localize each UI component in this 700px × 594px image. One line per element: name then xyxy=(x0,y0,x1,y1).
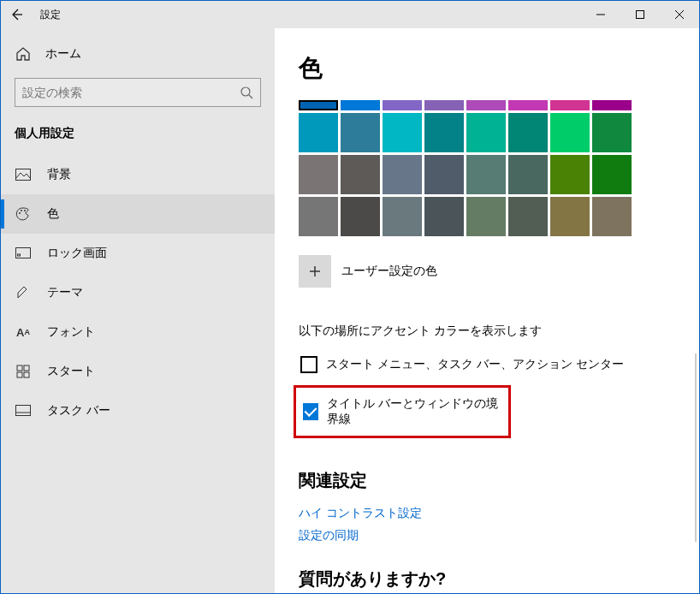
color-swatch[interactable] xyxy=(299,113,338,152)
checkbox-icon xyxy=(300,356,317,373)
color-swatch[interactable] xyxy=(424,155,464,194)
color-swatch[interactable] xyxy=(383,197,422,236)
nav-colors[interactable]: 色 xyxy=(1,194,275,234)
back-button[interactable] xyxy=(6,4,27,25)
nav-label: スタート xyxy=(47,364,95,379)
color-swatch[interactable] xyxy=(341,155,380,194)
nav-themes[interactable]: テーマ xyxy=(1,273,275,312)
svg-rect-14 xyxy=(17,372,22,377)
color-swatch[interactable] xyxy=(550,113,590,152)
color-palette xyxy=(299,100,699,236)
minimize-button[interactable] xyxy=(581,1,620,28)
content-area: 色 ユーザー設定の色 以下の場所にアクセント カラーを表示します スタート メニ… xyxy=(275,28,699,593)
page-title: 色 xyxy=(299,52,699,85)
color-swatch[interactable] xyxy=(466,197,506,236)
color-swatch[interactable] xyxy=(299,155,338,194)
nav-background[interactable]: 背景 xyxy=(1,155,275,194)
nav-label: テーマ xyxy=(47,285,83,300)
search-icon xyxy=(233,86,260,99)
color-swatch[interactable] xyxy=(341,100,380,110)
color-swatch[interactable] xyxy=(299,197,338,236)
svg-rect-10 xyxy=(16,248,31,258)
color-swatch[interactable] xyxy=(424,197,464,236)
titlebar: 設定 xyxy=(1,1,699,28)
color-swatch[interactable] xyxy=(550,197,590,236)
color-swatch[interactable] xyxy=(466,155,506,194)
link-high-contrast[interactable]: ハイ コントラスト設定 xyxy=(299,506,699,521)
color-swatch[interactable] xyxy=(341,197,380,236)
color-swatch[interactable] xyxy=(508,113,548,152)
nav-label: 色 xyxy=(47,206,59,222)
checkbox-label: スタート メニュー、タスク バー、アクション センター xyxy=(326,357,624,372)
svg-point-8 xyxy=(21,210,22,211)
highlight-box: タイトル バーとウィンドウの境界線 xyxy=(294,385,511,438)
palette-icon xyxy=(15,205,32,223)
checkbox-icon xyxy=(303,403,318,420)
home-label: ホーム xyxy=(45,46,81,62)
custom-color-label: ユーザー設定の色 xyxy=(341,264,437,279)
color-swatch[interactable] xyxy=(592,100,632,110)
nav-label: 背景 xyxy=(47,167,71,182)
nav-fonts[interactable]: AA フォント xyxy=(1,312,275,352)
sidebar: ホーム 個人用設定 背景 色 ロック画面 xyxy=(1,28,275,593)
question-header: 質問がありますか? xyxy=(299,567,699,591)
svg-point-4 xyxy=(241,87,250,96)
svg-rect-6 xyxy=(16,169,31,181)
picture-icon xyxy=(15,166,32,183)
color-swatch[interactable] xyxy=(508,100,548,110)
color-swatch[interactable] xyxy=(383,155,422,194)
sidebar-section-header: 個人用設定 xyxy=(1,122,275,150)
svg-point-9 xyxy=(24,210,26,211)
svg-rect-16 xyxy=(16,406,31,416)
maximize-button[interactable] xyxy=(620,1,660,28)
custom-color-button[interactable] xyxy=(299,255,331,288)
color-swatch[interactable] xyxy=(550,155,590,194)
color-swatch[interactable] xyxy=(341,113,380,152)
window-title: 設定 xyxy=(40,8,61,22)
color-swatch[interactable] xyxy=(383,113,422,152)
svg-rect-15 xyxy=(24,372,29,377)
scrollbar[interactable] xyxy=(695,353,697,542)
nav-label: タスク バー xyxy=(47,403,110,419)
color-swatch[interactable] xyxy=(424,113,464,152)
start-icon xyxy=(15,363,32,380)
nav-taskbar[interactable]: タスク バー xyxy=(1,391,275,431)
close-button[interactable] xyxy=(660,1,699,28)
nav-label: フォント xyxy=(47,324,95,340)
color-swatch[interactable] xyxy=(592,155,632,194)
svg-rect-1 xyxy=(637,11,644,19)
svg-line-5 xyxy=(249,95,252,98)
color-swatch[interactable] xyxy=(592,197,632,236)
search-box[interactable] xyxy=(15,78,261,107)
nav-start[interactable]: スタート xyxy=(1,352,275,391)
nav-lockscreen[interactable]: ロック画面 xyxy=(1,234,275,273)
checkbox-titlebar[interactable]: タイトル バーとウィンドウの境界線 xyxy=(301,391,503,432)
checkbox-start-taskbar[interactable]: スタート メニュー、タスク バー、アクション センター xyxy=(299,351,699,378)
color-swatch[interactable] xyxy=(466,100,506,110)
color-swatch[interactable] xyxy=(508,155,548,194)
theme-icon xyxy=(15,284,32,301)
settings-window: 設定 ホーム 個人用設定 背景 xyxy=(0,0,700,594)
nav-label: ロック画面 xyxy=(47,246,107,261)
home-icon xyxy=(15,45,32,62)
sidebar-nav: 背景 色 ロック画面 テーマ AA フォント xyxy=(1,150,275,431)
search-input[interactable] xyxy=(15,86,233,99)
color-swatch[interactable] xyxy=(592,113,632,152)
related-settings-header: 関連設定 xyxy=(299,469,699,492)
svg-rect-12 xyxy=(17,365,22,371)
font-icon: AA xyxy=(15,324,32,341)
color-swatch[interactable] xyxy=(508,197,548,236)
color-swatch[interactable] xyxy=(550,100,590,110)
svg-rect-13 xyxy=(24,365,29,371)
color-swatch[interactable] xyxy=(299,100,338,110)
taskbar-icon xyxy=(15,402,32,419)
color-swatch[interactable] xyxy=(383,100,422,110)
home-button[interactable]: ホーム xyxy=(1,39,275,69)
checkbox-label: タイトル バーとウィンドウの境界線 xyxy=(327,396,501,427)
color-swatch[interactable] xyxy=(424,100,464,110)
link-sync-settings[interactable]: 設定の同期 xyxy=(299,528,699,544)
svg-point-7 xyxy=(19,212,21,214)
svg-rect-11 xyxy=(18,254,21,256)
color-swatch[interactable] xyxy=(466,113,506,152)
lockscreen-icon xyxy=(15,245,32,262)
